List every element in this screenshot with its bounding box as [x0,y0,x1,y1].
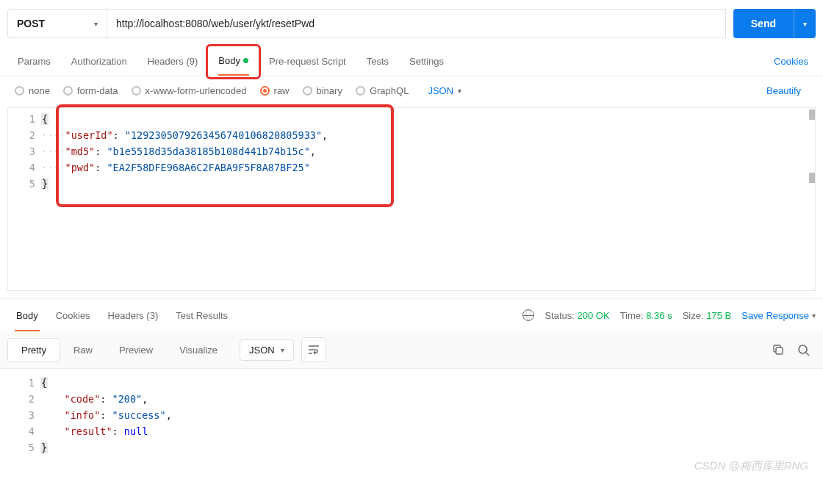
svg-rect-0 [776,348,783,354]
body-type-urlenc[interactable]: x-www-form-urlencoded [132,85,247,96]
send-dropdown-button[interactable]: ▾ [794,9,816,38]
request-tabs: Params Authorization Headers (9) Body Pr… [0,47,823,76]
view-raw[interactable]: Raw [60,339,106,361]
body-type-raw[interactable]: raw [260,85,290,96]
code-lines[interactable]: { "code": "200", "info": "success", "res… [40,372,816,458]
raw-format-select[interactable]: JSON▾ [428,85,461,96]
tab-authorization[interactable]: Authorization [61,47,137,76]
size-meta: Size: 175 B [683,310,732,321]
cookies-link[interactable]: Cookies [774,56,816,67]
svg-point-1 [799,345,807,353]
body-type-binary[interactable]: binary [303,85,342,96]
resp-tab-test[interactable]: Test Results [167,299,237,331]
code-lines[interactable]: { ····"userId": "12923050792634567401068… [41,108,815,195]
beautify-link[interactable]: Beautify [766,85,808,96]
resp-tab-cookies[interactable]: Cookies [47,299,99,331]
globe-icon[interactable] [522,309,534,321]
tab-headers[interactable]: Headers (9) [137,47,209,76]
tab-tests[interactable]: Tests [356,47,399,76]
chevron-down-icon: ▾ [94,20,98,28]
tab-params[interactable]: Params [7,47,61,76]
copy-icon[interactable] [766,337,791,362]
http-method-value: POST [17,18,45,29]
search-icon[interactable] [791,337,816,362]
view-pretty[interactable]: Pretty [7,338,60,362]
send-button[interactable]: Send [733,9,794,38]
status-meta: Status: 200 OK [545,310,609,321]
modified-dot-icon [243,58,248,63]
scroll-indicator [809,173,815,183]
line-gutter: 12345 [7,372,40,458]
time-meta: Time: 8.36 s [620,310,672,321]
view-preview[interactable]: Preview [106,339,166,361]
tab-body[interactable]: Body [208,46,259,76]
view-visualize[interactable]: Visualize [166,339,231,361]
watermark: CSDN @梅西库里RNG [694,459,808,473]
response-view-bar: Pretty Raw Preview Visualize JSON▾ [0,331,823,369]
tab-settings[interactable]: Settings [399,47,454,76]
resp-tab-headers[interactable]: Headers (3) [99,299,168,331]
resp-tab-body[interactable]: Body [7,299,47,331]
save-response-link[interactable]: Save Response ▾ [741,310,816,321]
response-body-editor[interactable]: 12345 { "code": "200", "info": "success"… [0,369,823,480]
response-format-select[interactable]: JSON▾ [240,339,294,361]
scroll-indicator [809,109,815,120]
url-input[interactable] [107,9,726,38]
request-body-editor[interactable]: 12345 { ····"userId": "12923050792634567… [7,107,816,291]
body-type-row: none form-data x-www-form-urlencoded raw… [0,76,823,104]
body-type-formdata[interactable]: form-data [63,85,118,96]
body-type-graphql[interactable]: GraphQL [356,85,409,96]
tab-prerequest[interactable]: Pre-request Script [259,47,356,76]
line-gutter: 12345 [8,108,41,195]
wrap-icon[interactable] [301,337,326,362]
response-tabs: Body Cookies Headers (3) Test Results St… [0,299,823,331]
http-method-select[interactable]: POST ▾ [7,9,107,38]
body-type-none[interactable]: none [15,85,50,96]
